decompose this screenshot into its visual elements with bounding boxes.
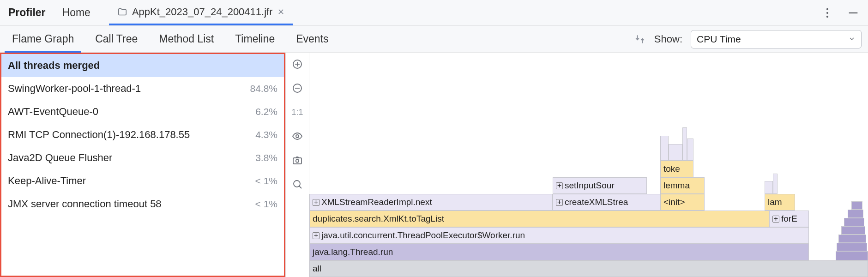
breadcrumb-home[interactable]: Home: [62, 6, 90, 19]
svg-point-2: [826, 16, 828, 18]
svg-point-12: [294, 181, 300, 187]
thread-name: JMX server connection timeout 58: [8, 198, 162, 210]
zoom-reset-button[interactable]: 1:1: [289, 104, 305, 120]
close-tab-icon[interactable]: ✕: [277, 7, 284, 17]
flame-cell-label: java.util.concurrent.ThreadPoolExecutor$…: [321, 230, 525, 241]
thread-name: All threads merged: [8, 60, 100, 72]
flame-cell[interactable]: <init>: [660, 194, 705, 211]
open-file-tab[interactable]: AppKt_2023_07_24_200411.jfr ✕: [109, 0, 293, 25]
thread-row[interactable]: AWT-EventQueue-0 6.2%: [1, 100, 284, 123]
eye-icon[interactable]: [289, 128, 305, 144]
flame-cell[interactable]: toke: [660, 161, 693, 177]
flame-cell[interactable]: lam: [765, 194, 795, 211]
zoom-out-icon[interactable]: [289, 80, 305, 96]
svg-rect-10: [293, 158, 301, 164]
flame-cell[interactable]: +XMLStreamReaderImpl.next: [309, 194, 553, 211]
svg-point-1: [826, 12, 828, 13]
thread-name: RMI TCP Connection(1)-192.168.178.55: [8, 129, 190, 141]
expand-icon[interactable]: +: [772, 216, 779, 223]
flame-graph-area[interactable]: alljava.lang.Thread.run+java.util.concur…: [309, 53, 868, 277]
open-file-name: AppKt_2023_07_24_200411.jfr: [132, 6, 273, 18]
flame-spike: [682, 127, 687, 161]
tab-timeline[interactable]: Timeline: [228, 26, 282, 52]
flame-cell-label: lam: [768, 197, 782, 207]
flame-cell-label: setInputSour: [565, 181, 615, 191]
more-icon[interactable]: [821, 6, 834, 19]
show-label: Show:: [654, 33, 682, 45]
thread-row[interactable]: SwingWorker-pool-1-thread-1 84.8%: [1, 77, 284, 100]
sub-tabs-right: Show: CPU Time: [634, 26, 862, 52]
top-right-actions: [821, 0, 860, 25]
svg-point-11: [296, 159, 299, 162]
flame-spike: [765, 181, 773, 194]
expand-icon[interactable]: +: [556, 199, 563, 206]
tab-method-list[interactable]: Method List: [151, 26, 221, 52]
thread-row-all[interactable]: All threads merged: [1, 54, 284, 77]
flame-cell-label: duplicates.search.XmlKt.toTagList: [313, 214, 444, 224]
thread-name: SwingWorker-pool-1-thread-1: [8, 83, 141, 95]
flame-spike: [851, 201, 862, 210]
flame-spike: [660, 136, 669, 161]
flame-cell[interactable]: java.lang.Thread.run: [309, 244, 809, 260]
expand-icon[interactable]: +: [313, 232, 319, 239]
flame-spike: [687, 138, 693, 161]
flame-spike: [844, 218, 864, 226]
thread-name: Keep-Alive-Timer: [8, 175, 86, 187]
flame-cell[interactable]: +setInputSour: [553, 177, 647, 194]
thread-row[interactable]: Keep-Alive-Timer < 1%: [1, 169, 284, 193]
show-selected-value: CPU Time: [697, 34, 741, 45]
flame-spike: [838, 235, 866, 243]
thread-pct: 3.8%: [255, 152, 277, 163]
svg-point-0: [826, 8, 828, 10]
flame-tool-strip: 1:1: [285, 53, 309, 277]
top-header: Profiler Home AppKt_2023_07_24_200411.jf…: [0, 0, 868, 26]
camera-icon[interactable]: [289, 152, 305, 168]
thread-name: Java2D Queue Flusher: [8, 152, 112, 164]
thread-pct: 6.2%: [255, 106, 277, 117]
flame-spike: [848, 210, 863, 218]
chevron-down-icon: [848, 34, 856, 45]
flame-cell[interactable]: all: [309, 260, 868, 277]
zoom-in-icon[interactable]: [289, 56, 305, 72]
flame-cell-label: java.lang.Thread.run: [313, 247, 393, 257]
expand-icon[interactable]: +: [313, 199, 319, 206]
content-area: All threads merged SwingWorker-pool-1-th…: [0, 53, 868, 277]
svg-point-9: [296, 135, 299, 138]
show-select[interactable]: CPU Time: [691, 30, 862, 48]
flame-cell-label: toke: [663, 164, 680, 174]
thread-pct: 4.3%: [255, 129, 277, 140]
profiler-title: Profiler: [8, 6, 46, 19]
flame-cell-label: createXMLStrea: [565, 197, 628, 207]
flame-spike: [841, 226, 865, 235]
flame-spike: [773, 174, 778, 194]
tab-flame-graph[interactable]: Flame Graph: [5, 26, 81, 52]
folder-icon: [117, 7, 127, 17]
flame-cell-label: all: [313, 264, 321, 274]
tab-call-tree[interactable]: Call Tree: [88, 26, 145, 52]
svg-line-13: [299, 186, 301, 188]
flame-cell[interactable]: +createXMLStrea: [553, 194, 660, 211]
flame-cell-label: forE: [781, 214, 797, 224]
flame-spike: [837, 243, 867, 251]
search-icon[interactable]: [289, 176, 305, 192]
thread-pct: < 1%: [255, 175, 277, 187]
flame-cell-label: lemma: [663, 181, 690, 191]
flame-cell-label: XMLStreamReaderImpl.next: [321, 197, 432, 207]
thread-row[interactable]: Java2D Queue Flusher 3.8%: [1, 146, 284, 169]
flame-spike: [836, 251, 868, 260]
flame-cell[interactable]: +java.util.concurrent.ThreadPoolExecutor…: [309, 227, 809, 244]
tab-events[interactable]: Events: [289, 26, 336, 52]
flame-cell[interactable]: lemma: [660, 177, 705, 194]
thread-pct: 84.8%: [250, 83, 277, 94]
expand-icon[interactable]: +: [556, 182, 563, 189]
thread-panel: All threads merged SwingWorker-pool-1-th…: [0, 53, 285, 277]
thread-row[interactable]: RMI TCP Connection(1)-192.168.178.55 4.3…: [1, 123, 284, 146]
flame-cell[interactable]: duplicates.search.XmlKt.toTagList: [309, 211, 769, 227]
flame-cell-label: <init>: [663, 197, 685, 207]
flame-cell[interactable]: +forE: [769, 211, 809, 227]
thread-row[interactable]: JMX server connection timeout 58 < 1%: [1, 193, 284, 216]
minimize-icon[interactable]: [847, 6, 860, 19]
flame-spike: [669, 144, 682, 161]
swap-icon[interactable]: [634, 33, 646, 45]
thread-pct: < 1%: [255, 199, 277, 210]
